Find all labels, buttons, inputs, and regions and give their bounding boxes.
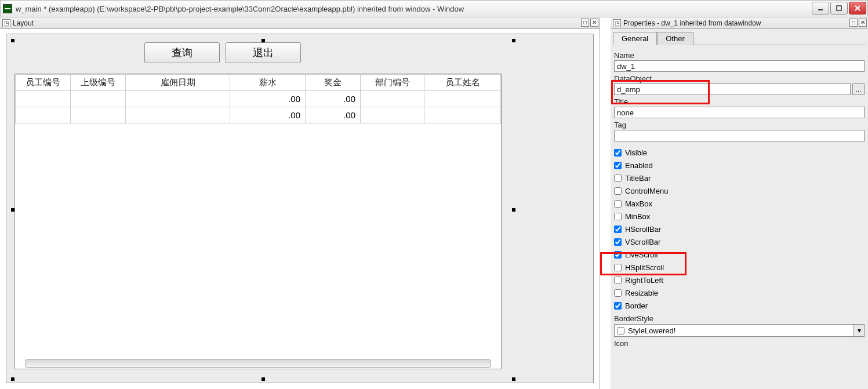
check-label: Visible bbox=[625, 148, 647, 157]
cell[interactable]: .00 bbox=[306, 107, 361, 123]
col-header: 员工编号 bbox=[16, 75, 71, 91]
svg-rect-1 bbox=[837, 6, 841, 10]
cell[interactable]: .00 bbox=[306, 91, 361, 107]
cell[interactable]: .00 bbox=[230, 91, 306, 107]
minimize-button[interactable] bbox=[812, 2, 829, 14]
check-label: HSplitScroll bbox=[625, 263, 664, 272]
check-label: Enabled bbox=[625, 161, 653, 170]
checkbox-maxbox[interactable] bbox=[614, 200, 622, 208]
cell[interactable] bbox=[361, 107, 424, 123]
cell[interactable] bbox=[16, 91, 71, 107]
checkbox-minbox[interactable] bbox=[614, 213, 622, 220]
col-header: 奖金 bbox=[306, 75, 361, 91]
dataobject-browse-button[interactable]: ... bbox=[852, 83, 865, 95]
cell[interactable] bbox=[16, 107, 71, 123]
design-surface[interactable]: 查询 退出 员工编号 上级编号 雇佣日期 薪水 奖金 部门编号 bbox=[6, 34, 594, 383]
selection-handle[interactable] bbox=[512, 39, 515, 42]
close-button[interactable] bbox=[849, 2, 866, 14]
cell[interactable]: .00 bbox=[230, 107, 306, 123]
check-border[interactable]: Border bbox=[614, 299, 865, 312]
datawindow-hscrollbar[interactable] bbox=[26, 359, 491, 368]
input-name[interactable] bbox=[614, 60, 865, 72]
cell[interactable] bbox=[424, 107, 501, 123]
tab-other[interactable]: Other bbox=[657, 32, 693, 45]
chevron-down-icon[interactable]: ▾ bbox=[854, 324, 865, 337]
checkbox-righttoleft[interactable] bbox=[614, 277, 622, 284]
checkbox-livescroll[interactable] bbox=[614, 251, 622, 259]
col-header: 上级编号 bbox=[71, 75, 126, 91]
checkbox-hscrollbar[interactable] bbox=[614, 226, 622, 233]
input-title[interactable] bbox=[614, 107, 865, 118]
check-enabled[interactable]: Enabled bbox=[614, 159, 865, 172]
cell[interactable] bbox=[424, 91, 501, 107]
query-button[interactable]: 查询 bbox=[144, 42, 220, 63]
splitter[interactable] bbox=[600, 17, 611, 389]
checkbox-visible[interactable] bbox=[614, 149, 622, 157]
layout-pane-title: Layout bbox=[13, 19, 34, 27]
check-label: HScrollBar bbox=[625, 225, 661, 234]
col-header: 雇佣日期 bbox=[126, 75, 230, 91]
minimize-icon bbox=[818, 5, 823, 11]
datawindow-control[interactable]: 员工编号 上级编号 雇佣日期 薪水 奖金 部门编号 员工姓名 bbox=[14, 74, 502, 369]
close-icon bbox=[855, 5, 860, 11]
combo-borderstyle[interactable]: StyleLowered! ▾ bbox=[614, 324, 865, 337]
window-design-area[interactable]: 查询 退出 员工编号 上级编号 雇佣日期 薪水 奖金 部门编号 bbox=[11, 39, 515, 381]
selection-handle[interactable] bbox=[512, 208, 515, 212]
label-borderstyle: BorderStyle bbox=[614, 314, 865, 323]
label-dataobject: DataObject bbox=[614, 74, 865, 83]
table-row[interactable]: .00 .00 bbox=[16, 91, 501, 107]
check-label: TitleBar bbox=[625, 174, 651, 183]
table-header-row: 员工编号 上级编号 雇佣日期 薪水 奖金 部门编号 员工姓名 bbox=[16, 75, 501, 91]
check-hscrollbar[interactable]: HScrollBar bbox=[614, 223, 865, 235]
cell[interactable] bbox=[126, 91, 230, 107]
app-icon bbox=[3, 4, 12, 13]
check-label: ControlMenu bbox=[625, 187, 668, 195]
layout-pane-max-button[interactable]: □ bbox=[581, 19, 589, 27]
selection-handle[interactable] bbox=[11, 377, 14, 381]
check-titlebar[interactable]: TitleBar bbox=[614, 172, 865, 184]
selection-handle[interactable] bbox=[11, 39, 14, 42]
checkbox-titlebar[interactable] bbox=[614, 174, 622, 182]
input-dataobject[interactable] bbox=[614, 83, 851, 95]
check-visible[interactable]: Visible bbox=[614, 146, 865, 159]
label-icon: Icon bbox=[614, 339, 865, 348]
check-label: VScrollBar bbox=[625, 238, 660, 246]
exit-button[interactable]: 退出 bbox=[226, 42, 301, 63]
input-tag[interactable] bbox=[614, 130, 865, 141]
check-label: Resizable bbox=[625, 289, 658, 297]
cell[interactable] bbox=[361, 91, 424, 107]
properties-pane-close-button[interactable]: ✕ bbox=[859, 19, 867, 27]
check-label: LiveScroll bbox=[625, 250, 658, 259]
cell[interactable] bbox=[126, 107, 230, 123]
maximize-button[interactable] bbox=[830, 2, 848, 14]
checkbox-resizable[interactable] bbox=[614, 289, 622, 297]
check-minbox[interactable]: MinBox bbox=[614, 210, 865, 223]
check-maxbox[interactable]: MaxBox bbox=[614, 197, 865, 210]
check-righttoleft[interactable]: RightToLeft bbox=[614, 274, 865, 286]
cell[interactable] bbox=[71, 91, 126, 107]
check-label: MaxBox bbox=[625, 199, 652, 208]
layout-pane-icon: ◳ bbox=[2, 19, 10, 27]
check-controlmenu[interactable]: ControlMenu bbox=[614, 184, 865, 197]
selection-handle[interactable] bbox=[512, 377, 515, 381]
checkbox-controlmenu[interactable] bbox=[614, 187, 622, 195]
tab-general[interactable]: General bbox=[613, 32, 657, 45]
properties-pane-icon: ◳ bbox=[613, 19, 621, 27]
cell[interactable] bbox=[71, 107, 126, 123]
check-label: Border bbox=[625, 301, 648, 310]
check-livescroll[interactable]: LiveScroll bbox=[614, 248, 865, 261]
layout-pane-header: ◳ Layout □ ✕ bbox=[0, 17, 600, 29]
checkbox-vscrollbar[interactable] bbox=[614, 238, 622, 246]
borderstyle-check[interactable] bbox=[617, 327, 624, 335]
layout-pane-close-button[interactable]: ✕ bbox=[590, 19, 598, 27]
properties-pane-max-button[interactable]: □ bbox=[849, 19, 858, 27]
selection-handle[interactable] bbox=[262, 377, 265, 381]
checkbox-hsplitscroll[interactable] bbox=[614, 264, 622, 271]
checkbox-enabled[interactable] bbox=[614, 162, 622, 169]
check-hsplitscroll[interactable]: HSplitScroll bbox=[614, 261, 865, 274]
table-row[interactable]: .00 .00 bbox=[16, 107, 501, 123]
checkbox-border[interactable] bbox=[614, 302, 622, 310]
check-resizable[interactable]: Resizable bbox=[614, 286, 865, 299]
properties-tabs: General Other bbox=[611, 29, 868, 45]
check-vscrollbar[interactable]: VScrollBar bbox=[614, 235, 865, 248]
